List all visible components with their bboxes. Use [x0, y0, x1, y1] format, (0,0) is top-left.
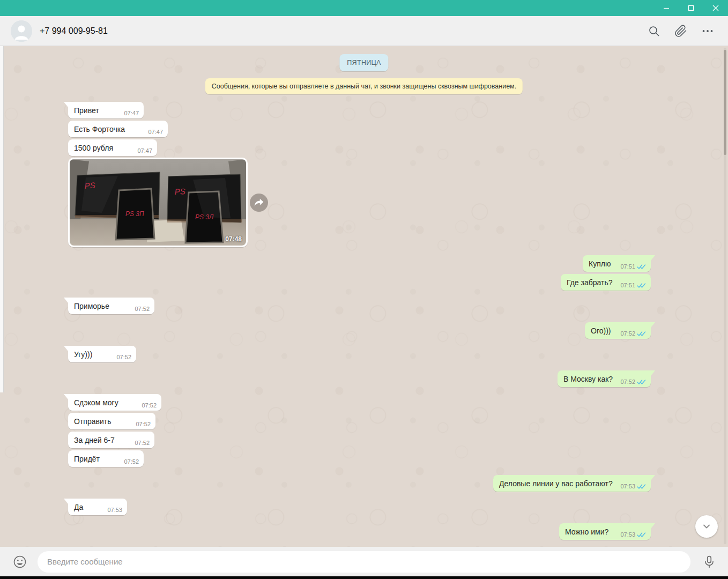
- message-text: Привет: [74, 106, 99, 115]
- message-time: 07:52: [136, 421, 151, 427]
- message-time: 07:53: [107, 507, 122, 513]
- close-button[interactable]: [703, 0, 728, 16]
- message-text: Угу))): [74, 350, 92, 359]
- message-bubble[interactable]: Привет 07:47: [68, 102, 144, 118]
- message-composer: [0, 547, 728, 576]
- message-time: 07:47: [137, 147, 152, 154]
- encryption-notice: Сообщения, которые вы отправляете в данн…: [205, 78, 523, 94]
- contact-avatar[interactable]: [11, 20, 32, 42]
- window-bottom-edge: [0, 576, 728, 579]
- message-time: 07:52: [124, 458, 139, 465]
- chat-scrollbar[interactable]: [724, 48, 726, 544]
- menu-icon[interactable]: [701, 25, 714, 38]
- photo-mark: PS 3Л: [195, 213, 214, 221]
- date-divider: ПЯТНИЦА: [339, 54, 388, 71]
- message-time: 07:52: [142, 402, 157, 409]
- message-time: 07:52: [135, 440, 150, 446]
- message-text: Где забрать?: [567, 278, 612, 287]
- forward-button[interactable]: [250, 194, 268, 212]
- message-bubble[interactable]: Есть Форточка 07:47: [68, 121, 168, 137]
- message-bubble[interactable]: Деловые линии у вас работают? 07:53: [493, 475, 651, 492]
- message-time: 07:52: [116, 354, 131, 360]
- read-receipt-icon: [637, 331, 646, 337]
- message-text: Приморье: [74, 302, 109, 310]
- message-time: 07:48: [225, 235, 242, 243]
- contact-name[interactable]: +7 994 009-95-81: [40, 26, 648, 36]
- message-bubble[interactable]: Где забрать? 07:51: [561, 274, 651, 291]
- message-text: За дней 6-7: [74, 436, 115, 444]
- read-receipt-icon: [637, 283, 646, 288]
- search-icon[interactable]: [648, 25, 660, 38]
- message-text: Можно ими?: [565, 528, 608, 536]
- message-time: 07:53: [620, 531, 635, 538]
- emoji-icon[interactable]: [12, 554, 28, 570]
- whatsapp-window: +7 994 009-95-81 ПЯТНИЦА Сообщения, кото…: [0, 0, 728, 579]
- photo-mark: PS 3П: [125, 210, 144, 218]
- scroll-to-bottom-button[interactable]: [695, 515, 718, 538]
- message-bubble[interactable]: 1500 рубля 07:47: [68, 139, 157, 156]
- read-receipt-icon: [637, 379, 646, 385]
- message-bubble[interactable]: Куплю 07:51: [583, 255, 651, 272]
- minimize-button[interactable]: [654, 0, 679, 16]
- message-bubble[interactable]: Можно ими? 07:53: [559, 523, 651, 540]
- read-receipt-icon: [637, 264, 646, 270]
- message-bubble[interactable]: За дней 6-7 07:52: [68, 432, 154, 448]
- maximize-button[interactable]: [679, 0, 703, 16]
- message-text: Отправить: [74, 417, 111, 426]
- chevron-down-icon: [701, 521, 712, 532]
- message-bubble[interactable]: Угу))) 07:52: [68, 346, 136, 362]
- left-panel-edge: [0, 46, 4, 392]
- message-time: 07:52: [135, 306, 150, 312]
- microphone-icon[interactable]: [702, 555, 716, 569]
- message-bubble[interactable]: Придёт 07:52: [68, 450, 144, 467]
- message-time: 07:47: [148, 129, 163, 135]
- window-titlebar: [0, 0, 728, 16]
- message-text: Ого))): [591, 326, 611, 335]
- message-bubble[interactable]: Да 07:53: [68, 499, 127, 515]
- message-time: 07:53: [620, 483, 635, 489]
- message-time: 07:52: [620, 330, 635, 337]
- message-bubble[interactable]: Отправить 07:52: [68, 413, 155, 429]
- scrollbar-thumb[interactable]: [724, 50, 726, 155]
- message-text: Сдэком могу: [74, 398, 118, 407]
- read-receipt-icon: [637, 532, 646, 538]
- message-bubble[interactable]: В Москву как? 07:52: [558, 370, 651, 387]
- message-bubble[interactable]: Сдэком могу 07:52: [68, 394, 161, 411]
- read-receipt-icon: [637, 484, 646, 489]
- message-time: 07:51: [620, 282, 635, 288]
- message-time: 07:51: [620, 263, 635, 270]
- message-text: В Москву как?: [563, 375, 613, 383]
- message-time: 07:47: [124, 110, 139, 116]
- message-text: Деловые линии у вас работают?: [499, 479, 613, 488]
- message-bubble[interactable]: Приморье 07:52: [68, 298, 154, 314]
- chat-header: +7 994 009-95-81: [0, 16, 728, 46]
- chat-message-area: ПЯТНИЦА Сообщения, которые вы отправляет…: [0, 47, 728, 547]
- message-text: Придёт: [74, 455, 100, 463]
- message-text: 1500 рубля: [74, 144, 113, 152]
- message-input[interactable]: [38, 551, 690, 573]
- photo-mark: PS: [84, 181, 95, 190]
- message-time: 07:52: [620, 378, 635, 385]
- message-text: Есть Форточка: [74, 125, 125, 133]
- photo-mark: PS: [174, 187, 185, 196]
- forward-arrow-icon: [254, 198, 264, 207]
- photo-car-glass[interactable]: PS PS PS 3П PS 3Л 07:48: [70, 159, 246, 246]
- attach-icon[interactable]: [674, 25, 687, 38]
- message-text: Куплю: [589, 259, 611, 268]
- image-message-bubble[interactable]: PS PS PS 3П PS 3Л 07:48: [68, 158, 248, 247]
- message-bubble[interactable]: Ого))) 07:52: [585, 322, 651, 339]
- message-text: Да: [74, 503, 83, 511]
